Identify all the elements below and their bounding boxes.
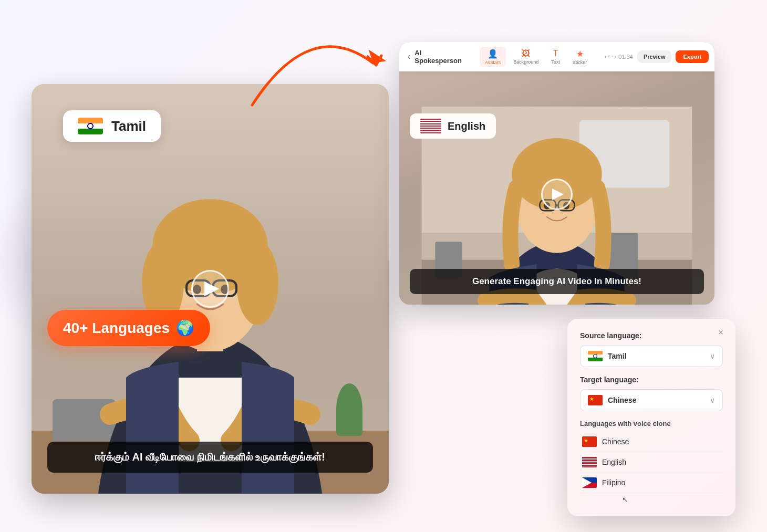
source-language-label: Source language: (580, 331, 723, 340)
us-flag (420, 119, 441, 133)
avatars-tab[interactable]: 👤 Avatars (480, 47, 506, 67)
us-flag-small (582, 457, 597, 467)
languages-count-badge[interactable]: 40+ Languages 🌍 (47, 310, 210, 346)
redo-button[interactable]: ↪ (611, 54, 616, 60)
editor-toolbar: 👤 Avatars 🖼 Background T Text ★ Sticker (480, 47, 592, 67)
main-caption-bar: ஈர்க்கும் AI வீடியோவை நிமிடங்களில் உருவா… (47, 442, 373, 473)
sticker-tab[interactable]: ★ Sticker (567, 47, 593, 67)
target-language-label: Target language: (580, 375, 723, 384)
avatars-label: Avatars (485, 60, 501, 65)
chinese-option-label: Chinese (602, 437, 629, 446)
china-star: ★ (589, 396, 594, 402)
main-video-card: Tamil 40+ Languages 🌍 ஈர்க்கும் AI வீடிய… (32, 84, 389, 494)
editor-title: AI Spokesperson (414, 49, 462, 65)
source-language-select[interactable]: Tamil ∨ (580, 345, 723, 367)
target-language-select[interactable]: ★ Chinese ∨ (580, 389, 723, 411)
tamil-label: Tamil (111, 118, 146, 134)
background-tab[interactable]: 🖼 Background (508, 47, 544, 67)
right-play-button[interactable] (541, 179, 573, 210)
play-triangle-icon (204, 281, 219, 296)
page-scene: Tamil 40+ Languages 🌍 ஈர்க்கும் AI வீடிய… (0, 0, 767, 532)
text-tab[interactable]: T Text (546, 47, 565, 67)
voice-clone-section: Languages with voice clone ★ Chinese (580, 420, 723, 504)
source-chevron-icon: ∨ (710, 352, 715, 360)
avatars-icon: 👤 (488, 49, 498, 59)
sticker-icon: ★ (576, 49, 584, 59)
right-play-triangle-icon (552, 189, 564, 200)
background-icon: 🖼 (522, 49, 530, 58)
background-label: Background (513, 59, 538, 65)
globe-icon: 🌍 (176, 319, 194, 337)
voice-clone-item-english[interactable]: English (580, 452, 723, 473)
undo-redo-controls: ↩ ↪ 01:34 (605, 54, 633, 60)
target-chevron-icon: ∨ (710, 396, 715, 404)
ph-flag (582, 477, 597, 488)
generate-text-bar: Generate Engaging AI Video In Minutes! (410, 269, 704, 294)
china-flag-2: ★ (582, 436, 597, 447)
close-dropdown-button[interactable]: × (714, 326, 727, 339)
main-person-illustration (32, 125, 389, 494)
right-video-card: ‹ AI Spokesperson 👤 Avatars 🖼 Background (399, 42, 714, 305)
filipino-option-label: Filipino (602, 478, 625, 487)
timer-display: 01:34 (618, 54, 633, 60)
generate-text-content: Generate Engaging AI Video In Minutes! (420, 276, 693, 287)
voice-clone-item-chinese[interactable]: ★ Chinese (580, 432, 723, 452)
cursor-icon: ↖ (622, 495, 723, 504)
back-button[interactable]: ‹ (408, 49, 410, 64)
source-language-value: Tamil (608, 352, 704, 360)
china-flag: ★ (588, 395, 603, 405)
text-label: Text (551, 59, 560, 65)
english-label: English (448, 120, 485, 132)
undo-button[interactable]: ↩ (605, 54, 609, 60)
india-flag-small (588, 351, 603, 361)
main-caption-text: ஈர்க்கும் AI வீடியோவை நிமிடங்களில் உருவா… (60, 451, 360, 463)
china-star-2: ★ (584, 437, 588, 443)
connecting-arrow (221, 11, 399, 116)
text-icon: T (553, 49, 558, 58)
english-option-label: English (602, 458, 626, 466)
target-language-value: Chinese (608, 396, 704, 404)
english-language-badge: English (410, 113, 496, 139)
sticker-label: Sticker (573, 60, 587, 65)
languages-count-text: 40+ Languages (63, 320, 170, 337)
svg-point-7 (236, 241, 278, 325)
main-play-button[interactable] (191, 270, 229, 308)
language-dropdown-card: × Source language: Tamil ∨ Target langua… (567, 319, 735, 516)
voice-clone-label: Languages with voice clone (580, 420, 723, 427)
export-button[interactable]: Export (676, 50, 709, 63)
video-editor-header: ‹ AI Spokesperson 👤 Avatars 🖼 Background (399, 42, 714, 71)
india-flag (78, 118, 103, 134)
tamil-language-badge: Tamil (63, 110, 161, 142)
voice-clone-item-filipino[interactable]: Filipino (580, 473, 723, 493)
right-video-background: English Generate Engaging AI Video In Mi… (399, 71, 714, 305)
preview-button[interactable]: Preview (637, 50, 672, 63)
